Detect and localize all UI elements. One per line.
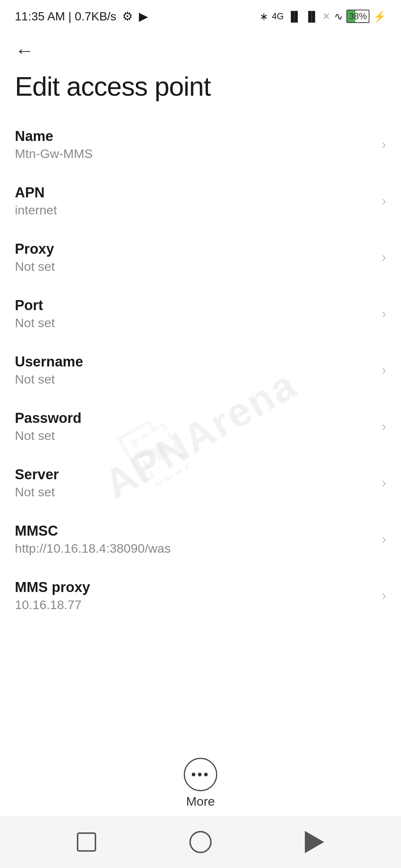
no-signal-icon: ✕	[322, 11, 330, 22]
list-item-mmsc[interactable]: MMSC http://10.16.18.4:38090/was ›	[0, 511, 401, 568]
more-circle-icon: •••	[184, 758, 217, 791]
status-right-icons: ∗ 4G ▐▌ ▐▌ ✕ ∿ 38% ⚡	[260, 10, 386, 23]
item-value-port: Not set	[15, 316, 374, 330]
item-value-mmsc: http://10.16.18.4:38090/was	[15, 541, 374, 556]
settings-icon: ⚙	[122, 9, 133, 23]
back-icon	[305, 831, 324, 853]
item-title-mms-proxy: MMS proxy	[15, 579, 374, 595]
list-item-server[interactable]: Server Not set ›	[0, 455, 401, 511]
list-item-mms-proxy[interactable]: MMS proxy 10.16.18.77 ›	[0, 568, 401, 624]
wifi-icon: ∿	[334, 10, 343, 23]
mobile-data-icon: 4G	[272, 11, 284, 22]
list-container: Name Mtn-Gw-MMS › APN internet › Proxy N…	[0, 116, 401, 624]
more-label: More	[186, 794, 215, 809]
item-value-mms-proxy: 10.16.18.77	[15, 598, 374, 612]
nav-recent-button[interactable]	[72, 827, 101, 857]
item-title-username: Username	[15, 354, 374, 370]
nav-back-button[interactable]	[300, 827, 329, 857]
list-item-apn[interactable]: APN internet ›	[0, 173, 401, 229]
item-value-server: Not set	[15, 485, 374, 499]
list-item-username[interactable]: Username Not set ›	[0, 342, 401, 398]
list-item-password[interactable]: Password Not set ›	[0, 398, 401, 455]
item-title-name: Name	[15, 128, 374, 144]
chevron-server: ›	[382, 476, 386, 490]
battery-icon: 38%	[346, 10, 369, 23]
video-icon: ▶	[139, 9, 148, 23]
nav-home-button[interactable]	[186, 827, 215, 857]
chevron-password: ›	[382, 420, 386, 433]
item-title-apn: APN	[15, 185, 374, 201]
item-value-username: Not set	[15, 372, 374, 387]
item-title-mmsc: MMSC	[15, 523, 374, 539]
item-title-server: Server	[15, 467, 374, 483]
list-item-proxy[interactable]: Proxy Not set ›	[0, 229, 401, 286]
recent-apps-icon	[77, 832, 96, 852]
item-value-apn: internet	[15, 203, 374, 217]
status-bar: 11:35 AM | 0.7KB/s ⚙ ▶ ∗ 4G ▐▌ ▐▌ ✕ ∿ 38…	[0, 0, 401, 30]
signal-icon: ▐▌	[287, 11, 301, 22]
item-value-password: Not set	[15, 428, 374, 443]
item-title-password: Password	[15, 410, 374, 426]
item-title-port: Port	[15, 297, 374, 313]
charging-icon: ⚡	[373, 10, 386, 23]
more-button[interactable]: ••• More	[184, 758, 217, 809]
chevron-port: ›	[382, 307, 386, 320]
back-button[interactable]: ←	[15, 41, 34, 60]
chevron-mms-proxy: ›	[382, 589, 386, 602]
chevron-proxy: ›	[382, 251, 386, 264]
page-title: Edit access point	[0, 64, 401, 116]
time-text: 11:35 AM | 0.7KB/s	[15, 10, 116, 23]
more-dots-icon: •••	[191, 768, 210, 781]
status-time: 11:35 AM | 0.7KB/s ⚙ ▶	[15, 9, 148, 23]
home-icon	[189, 831, 212, 853]
nav-bar: ←	[0, 30, 401, 64]
chevron-mmsc: ›	[382, 533, 386, 546]
chevron-username: ›	[382, 364, 386, 377]
item-title-proxy: Proxy	[15, 241, 374, 257]
bluetooth-icon: ∗	[260, 10, 268, 23]
item-value-name: Mtn-Gw-MMS	[15, 147, 374, 161]
list-item-name[interactable]: Name Mtn-Gw-MMS ›	[0, 116, 401, 173]
item-value-proxy: Not set	[15, 259, 374, 274]
chevron-apn: ›	[382, 194, 386, 208]
list-item-port[interactable]: Port Not set ›	[0, 286, 401, 342]
bottom-nav	[0, 816, 401, 868]
chevron-name: ›	[382, 138, 386, 151]
signal2-icon: ▐▌	[305, 11, 319, 22]
